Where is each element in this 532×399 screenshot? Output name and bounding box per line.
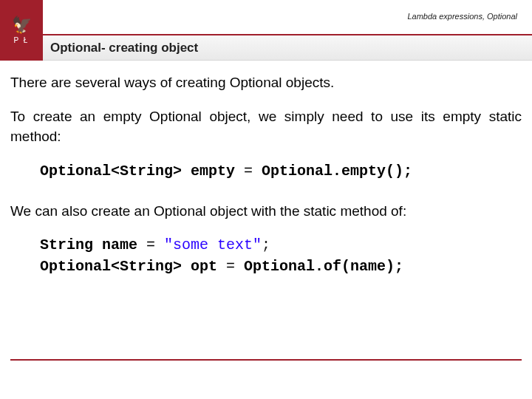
code-op: = xyxy=(226,258,235,275)
code-string: "some text" xyxy=(164,236,262,253)
code-text xyxy=(155,236,164,253)
code-block-empty: Optional<String> empty = Optional.empty(… xyxy=(40,160,522,182)
institution-logo: 🦅 P Ł xyxy=(0,0,43,61)
code-op: = xyxy=(146,236,155,253)
slide-title: Optional- creating object xyxy=(50,41,198,55)
footer-divider xyxy=(10,359,522,361)
paragraph-intro: There are several ways of creating Optio… xyxy=(10,72,522,93)
code-text: String name xyxy=(40,236,146,253)
code-text: ; xyxy=(262,236,270,253)
code-text: Optional<String> empty xyxy=(40,163,244,180)
header: 🦅 P Ł Lambda expressions, Optional Optio… xyxy=(0,0,532,61)
paragraph-empty: To create an empty Optional object, we s… xyxy=(10,106,522,147)
code-block-of: String name = "some text"; Optional<Stri… xyxy=(40,234,522,277)
slide: 🦅 P Ł Lambda expressions, Optional Optio… xyxy=(0,0,532,399)
logo-letters: P Ł xyxy=(14,36,30,44)
breadcrumb: Lambda expressions, Optional xyxy=(407,12,517,21)
content: There are several ways of creating Optio… xyxy=(0,61,532,277)
code-text: Optional.empty(); xyxy=(253,163,412,180)
code-text: Optional.of(name); xyxy=(235,258,403,275)
eagle-icon: 🦅 xyxy=(12,17,32,33)
title-bar: Optional- creating object xyxy=(43,34,532,61)
code-text: Optional<String> opt xyxy=(40,258,226,275)
code-op: = xyxy=(244,163,253,180)
paragraph-of: We can also create an Optional object wi… xyxy=(10,201,522,222)
